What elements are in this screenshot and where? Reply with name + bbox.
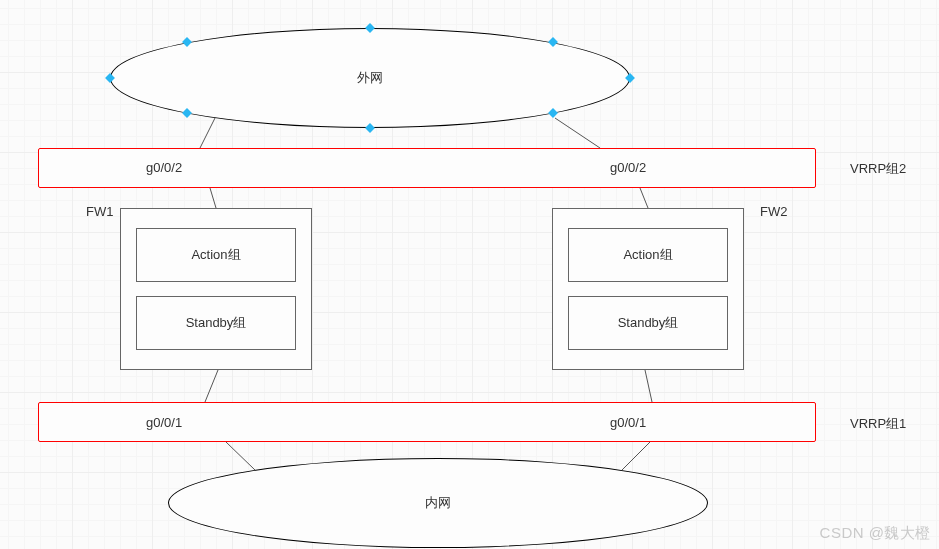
iface-g001-right: g0/0/1 bbox=[610, 415, 646, 430]
vrrp-group2-label: VRRP组2 bbox=[850, 160, 906, 178]
action-label: Action组 bbox=[191, 246, 240, 264]
iface-g002-left: g0/0/2 bbox=[146, 160, 182, 175]
iface-g002-right: g0/0/2 bbox=[610, 160, 646, 175]
internal-network-label: 内网 bbox=[425, 494, 451, 512]
standby-label: Standby组 bbox=[186, 314, 247, 332]
action-label: Action组 bbox=[623, 246, 672, 264]
internal-network-cloud: 内网 bbox=[168, 458, 708, 548]
svg-line-7 bbox=[622, 442, 650, 470]
fw1-label: FW1 bbox=[86, 204, 113, 219]
svg-line-0 bbox=[200, 118, 215, 148]
watermark-label: CSDN @魏大橙 bbox=[820, 524, 931, 543]
svg-line-5 bbox=[645, 370, 652, 402]
fw2-standby-group: Standby组 bbox=[568, 296, 728, 350]
fw2-action-group: Action组 bbox=[568, 228, 728, 282]
svg-line-1 bbox=[555, 118, 600, 148]
fw2-box: Action组 Standby组 bbox=[552, 208, 744, 370]
fw1-action-group: Action组 bbox=[136, 228, 296, 282]
svg-line-3 bbox=[640, 188, 648, 208]
fw1-box: Action组 Standby组 bbox=[120, 208, 312, 370]
vrrp-group1-label: VRRP组1 bbox=[850, 415, 906, 433]
svg-line-2 bbox=[210, 188, 216, 208]
fw2-label: FW2 bbox=[760, 204, 787, 219]
iface-g001-left: g0/0/1 bbox=[146, 415, 182, 430]
external-network-label: 外网 bbox=[357, 69, 383, 87]
fw1-standby-group: Standby组 bbox=[136, 296, 296, 350]
standby-label: Standby组 bbox=[618, 314, 679, 332]
svg-line-6 bbox=[226, 442, 255, 470]
svg-line-4 bbox=[205, 370, 218, 402]
